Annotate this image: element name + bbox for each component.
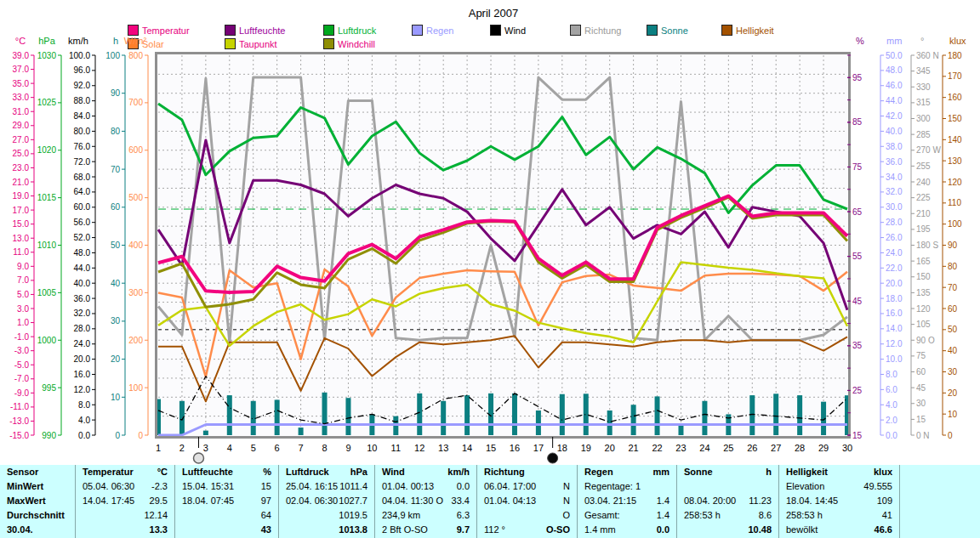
table-col-richtung: Richtung06.04. 17:00N01.04. 04:13NO112 °… bbox=[476, 465, 577, 538]
table-cell: 05.04. 06:30-2.3 bbox=[76, 479, 174, 494]
svg-text:1015: 1015 bbox=[37, 193, 57, 202]
svg-text:60: 60 bbox=[111, 202, 121, 212]
svg-text:0 N: 0 N bbox=[916, 431, 930, 440]
table-cell: Gesamt:1.4 bbox=[578, 508, 676, 523]
svg-text:26.0: 26.0 bbox=[886, 233, 903, 242]
svg-text:14: 14 bbox=[462, 443, 472, 453]
svg-text:72.0: 72.0 bbox=[74, 157, 91, 167]
svg-text:88.0: 88.0 bbox=[74, 96, 91, 105]
svg-text:27: 27 bbox=[771, 443, 781, 453]
svg-text:-9.0: -9.0 bbox=[14, 388, 30, 398]
svg-text:80: 80 bbox=[948, 262, 958, 271]
svg-text:45: 45 bbox=[916, 383, 926, 393]
svg-text:35.0: 35.0 bbox=[13, 79, 30, 88]
svg-text:90: 90 bbox=[948, 241, 958, 250]
svg-text:300: 300 bbox=[916, 114, 931, 123]
svg-text:20: 20 bbox=[605, 443, 615, 453]
svg-text:W/m²: W/m² bbox=[124, 36, 147, 46]
svg-text:46.0: 46.0 bbox=[886, 81, 903, 90]
svg-text:55: 55 bbox=[852, 252, 863, 261]
svg-text:65: 65 bbox=[852, 207, 863, 217]
table-cell: 15.04. 15:3115 bbox=[175, 479, 278, 494]
table-cell: 04.04. 11:30 O33.4 bbox=[375, 494, 476, 508]
svg-text:96.0: 96.0 bbox=[74, 65, 91, 75]
svg-text:29: 29 bbox=[818, 443, 829, 453]
svg-text:30: 30 bbox=[842, 443, 852, 453]
svg-text:160: 160 bbox=[948, 93, 962, 102]
svg-text:hPa: hPa bbox=[38, 36, 55, 46]
svg-text:10: 10 bbox=[948, 410, 958, 419]
svg-text:10: 10 bbox=[111, 393, 121, 402]
table-cell: 01.04. 00:130.0 bbox=[375, 479, 476, 494]
table-col-empty bbox=[899, 465, 980, 538]
svg-text:2: 2 bbox=[179, 443, 185, 453]
svg-text:-7.0: -7.0 bbox=[14, 374, 30, 383]
svg-text:21: 21 bbox=[628, 443, 638, 453]
svg-text:180: 180 bbox=[948, 51, 962, 60]
svg-text:28.0: 28.0 bbox=[886, 218, 903, 227]
svg-text:°: ° bbox=[920, 36, 924, 46]
table-cell: 06.04. 17:00N bbox=[477, 479, 577, 494]
table-cell: 18.04. 14:45109 bbox=[779, 494, 899, 508]
table-cell: 14.04. 17:4529.5 bbox=[76, 494, 174, 508]
svg-text:6.0: 6.0 bbox=[886, 385, 897, 394]
table-cell: 258:53 h41 bbox=[779, 508, 899, 523]
column-header: LuftdruckhPa bbox=[279, 465, 374, 479]
svg-text:68.0: 68.0 bbox=[74, 173, 91, 182]
svg-text:100: 100 bbox=[128, 383, 143, 393]
table-cell: 1013.8 bbox=[279, 523, 374, 537]
table-cell: 64 bbox=[175, 508, 278, 523]
svg-text:15: 15 bbox=[916, 415, 926, 424]
svg-text:120: 120 bbox=[916, 304, 931, 314]
svg-text:100.0: 100.0 bbox=[69, 51, 90, 60]
svg-text:10.0: 10.0 bbox=[886, 354, 903, 364]
svg-text:-1.0: -1.0 bbox=[14, 332, 30, 342]
table-col-luftfeuchte: Luftfeuchte%15.04. 15:311518.04. 07:4597… bbox=[174, 465, 278, 538]
svg-text:30: 30 bbox=[948, 367, 958, 377]
svg-text:170: 170 bbox=[948, 71, 962, 81]
column-header: Richtung bbox=[477, 465, 577, 479]
svg-text:140: 140 bbox=[948, 135, 962, 144]
svg-text:31.0: 31.0 bbox=[13, 107, 30, 116]
svg-text:270 W: 270 W bbox=[916, 145, 941, 155]
svg-text:45: 45 bbox=[852, 297, 863, 306]
svg-text:8.0: 8.0 bbox=[886, 370, 897, 379]
svg-text:500: 500 bbox=[128, 193, 143, 202]
svg-text:48.0: 48.0 bbox=[886, 65, 903, 75]
svg-text:1020: 1020 bbox=[37, 145, 57, 155]
svg-text:36.0: 36.0 bbox=[886, 157, 903, 167]
row-label: Durchschnitt bbox=[0, 508, 75, 523]
svg-text:5: 5 bbox=[251, 443, 256, 453]
svg-text:50.0: 50.0 bbox=[886, 51, 903, 60]
svg-text:0: 0 bbox=[115, 431, 120, 440]
svg-text:4.0: 4.0 bbox=[78, 416, 90, 425]
svg-text:22: 22 bbox=[652, 443, 662, 453]
svg-text:75: 75 bbox=[852, 162, 863, 172]
table-cell: 258:53 h8.6 bbox=[677, 508, 778, 523]
svg-text:50: 50 bbox=[111, 241, 121, 250]
axis-deg: 360 N345330315300285270 W255240225210195… bbox=[911, 36, 941, 440]
table-cell: 08.04. 20:0011.23 bbox=[677, 494, 778, 508]
svg-text:100: 100 bbox=[105, 51, 120, 60]
svg-text:56.0: 56.0 bbox=[74, 218, 91, 227]
svg-text:8: 8 bbox=[322, 443, 327, 453]
svg-text:135: 135 bbox=[916, 288, 931, 297]
column-header: Temperatur°C bbox=[76, 465, 174, 479]
svg-text:52.0: 52.0 bbox=[74, 233, 91, 242]
svg-text:11.0: 11.0 bbox=[13, 247, 29, 257]
svg-text:33.0: 33.0 bbox=[13, 93, 30, 102]
svg-text:60: 60 bbox=[948, 304, 958, 314]
svg-text:85: 85 bbox=[852, 117, 863, 127]
svg-text:32.0: 32.0 bbox=[886, 187, 903, 196]
svg-text:20: 20 bbox=[111, 354, 121, 364]
table-cell: O bbox=[477, 508, 577, 523]
svg-text:6: 6 bbox=[275, 443, 280, 453]
svg-text:50: 50 bbox=[948, 325, 958, 334]
row-label: Sensor bbox=[0, 465, 75, 479]
svg-text:990: 990 bbox=[42, 431, 56, 440]
svg-text:3: 3 bbox=[203, 443, 208, 453]
svg-text:10: 10 bbox=[367, 443, 377, 453]
svg-text:25: 25 bbox=[723, 443, 733, 453]
svg-text:-5.0: -5.0 bbox=[14, 360, 30, 370]
svg-text:9.0: 9.0 bbox=[17, 262, 29, 271]
